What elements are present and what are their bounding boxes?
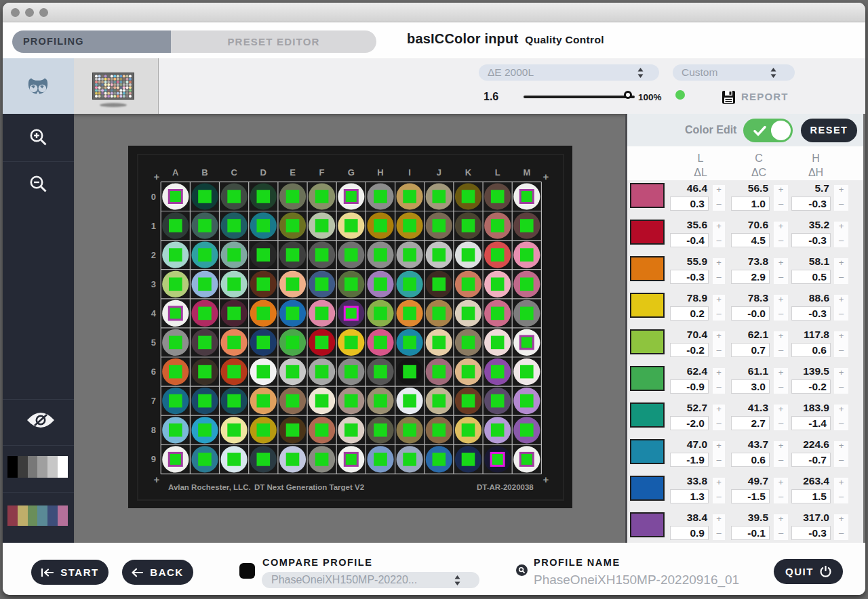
svg-text:DT-AR-2020038: DT-AR-2020038 xyxy=(477,483,534,491)
svg-text:A: A xyxy=(172,167,179,178)
svg-text:+: + xyxy=(543,474,549,485)
svg-text:7: 7 xyxy=(151,396,156,406)
svg-text:DT Next Generation Target V2: DT Next Generation Target V2 xyxy=(254,483,364,491)
svg-text:B: B xyxy=(201,167,208,178)
svg-text:L: L xyxy=(495,167,500,178)
svg-text:M: M xyxy=(523,167,530,178)
svg-text:F: F xyxy=(319,167,325,178)
svg-text:0: 0 xyxy=(151,192,156,202)
svg-text:+: + xyxy=(543,171,549,182)
svg-text:E: E xyxy=(290,167,296,178)
svg-text:2: 2 xyxy=(151,250,156,260)
svg-text:1: 1 xyxy=(151,221,156,231)
svg-text:I: I xyxy=(408,167,411,178)
svg-text:9: 9 xyxy=(151,454,156,464)
svg-text:D: D xyxy=(260,167,267,178)
svg-text:+: + xyxy=(154,474,160,485)
svg-text:K: K xyxy=(465,167,472,178)
svg-text:3: 3 xyxy=(151,279,156,289)
svg-text:+: + xyxy=(154,171,160,182)
svg-text:G: G xyxy=(348,167,355,178)
svg-text:J: J xyxy=(437,167,441,178)
svg-text:Avlan Rochester, LLC.: Avlan Rochester, LLC. xyxy=(168,483,251,491)
svg-text:6: 6 xyxy=(151,367,156,377)
svg-text:8: 8 xyxy=(151,425,156,435)
svg-text:H: H xyxy=(377,167,383,178)
svg-text:4: 4 xyxy=(151,308,157,318)
svg-text:5: 5 xyxy=(151,337,156,348)
svg-text:C: C xyxy=(231,167,237,178)
